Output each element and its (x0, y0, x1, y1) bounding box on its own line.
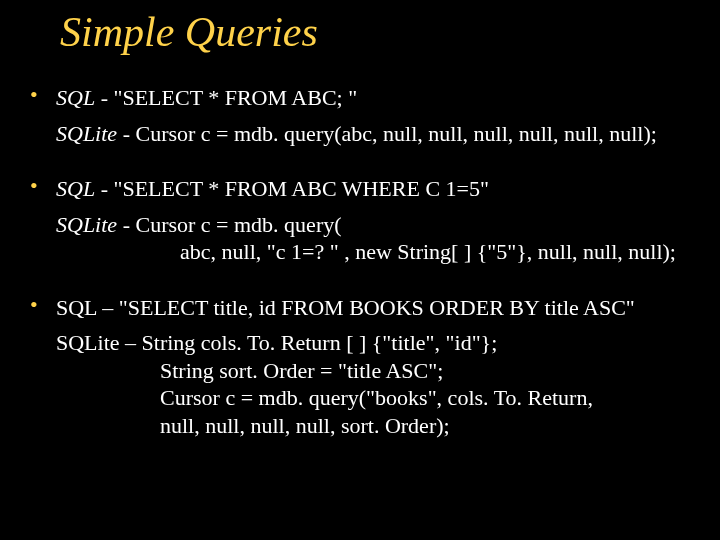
b1-line2: SQLite - Cursor c = mdb. query(abc, null… (56, 120, 690, 148)
bullet-2: • SQL - "SELECT * FROM ABC WHERE C 1=5" (30, 175, 690, 203)
b1-sql-rest: - "SELECT * FROM ABC; " (95, 85, 357, 110)
slide: Simple Queries • SQL - "SELECT * FROM AB… (0, 0, 720, 540)
b3-line4: Cursor c = mdb. query("books", cols. To.… (160, 384, 690, 412)
b1-sqlite-label: SQLite (56, 121, 117, 146)
bullet-block-2: • SQL - "SELECT * FROM ABC WHERE C 1=5" … (30, 175, 690, 266)
b3-line3: String sort. Order = "title ASC"; (160, 357, 690, 385)
bullet-1-content: SQL - "SELECT * FROM ABC; " (56, 84, 357, 112)
b2-sqlite-label: SQLite (56, 212, 117, 237)
b3-line5: null, null, null, null, sort. Order); (160, 412, 690, 440)
slide-title: Simple Queries (60, 8, 690, 56)
bullet-dot-icon: • (30, 84, 44, 106)
b2-sqlite-rest: - Cursor c = mdb. query( (117, 212, 341, 237)
bullet-block-3: • SQL – "SELECT title, id FROM BOOKS ORD… (30, 294, 690, 440)
bullet-block-1: • SQL - "SELECT * FROM ABC; " SQLite - C… (30, 84, 690, 147)
b1-sqlite-rest: - Cursor c = mdb. query(abc, null, null,… (117, 121, 657, 146)
bullet-1: • SQL - "SELECT * FROM ABC; " (30, 84, 690, 112)
bullet-dot-icon: • (30, 175, 44, 197)
b2-sql-label: SQL (56, 176, 95, 201)
bullet-dot-icon: • (30, 294, 44, 316)
b2-line3: abc, null, "c 1=? " , new String[ ] {"5"… (180, 238, 690, 266)
b3-line2: SQLite – String cols. To. Return [ ] {"t… (56, 329, 690, 357)
b2-sql-rest: - "SELECT * FROM ABC WHERE C 1=5" (95, 176, 489, 201)
bullet-3: • SQL – "SELECT title, id FROM BOOKS ORD… (30, 294, 690, 322)
bullet-2-content: SQL - "SELECT * FROM ABC WHERE C 1=5" (56, 175, 489, 203)
b2-line2: SQLite - Cursor c = mdb. query( (56, 211, 690, 239)
b1-sql-label: SQL (56, 85, 95, 110)
b3-line1: SQL – "SELECT title, id FROM BOOKS ORDER… (56, 294, 635, 322)
